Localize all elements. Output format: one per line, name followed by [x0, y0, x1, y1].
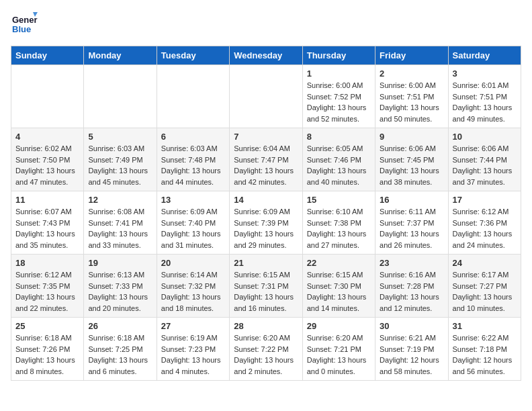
day-info: Sunrise: 6:00 AM Sunset: 7:52 PM Dayligh… — [307, 80, 371, 124]
calendar-cell: 25Sunrise: 6:18 AM Sunset: 7:26 PM Dayli… — [11, 318, 84, 381]
calendar-cell — [230, 65, 302, 128]
day-info: Sunrise: 6:20 AM Sunset: 7:21 PM Dayligh… — [307, 332, 371, 377]
calendar-cell: 15Sunrise: 6:10 AM Sunset: 7:38 PM Dayli… — [302, 191, 375, 255]
calendar-cell — [11, 65, 84, 128]
calendar-cell: 26Sunrise: 6:18 AM Sunset: 7:25 PM Dayli… — [84, 318, 157, 381]
day-number: 4 — [15, 132, 79, 142]
day-number: 15 — [307, 195, 371, 205]
calendar-cell: 23Sunrise: 6:16 AM Sunset: 7:28 PM Dayli… — [375, 255, 448, 318]
day-info: Sunrise: 6:01 AM Sunset: 7:51 PM Dayligh… — [453, 80, 517, 124]
calendar-cell: 28Sunrise: 6:20 AM Sunset: 7:22 PM Dayli… — [230, 318, 302, 381]
day-number: 1 — [307, 68, 371, 79]
calendar-cell: 14Sunrise: 6:09 AM Sunset: 7:39 PM Dayli… — [230, 191, 302, 255]
day-number: 17 — [453, 195, 517, 205]
calendar-cell: 16Sunrise: 6:11 AM Sunset: 7:37 PM Dayli… — [375, 191, 448, 255]
day-info: Sunrise: 6:09 AM Sunset: 7:39 PM Dayligh… — [234, 206, 298, 250]
day-number: 23 — [380, 258, 443, 268]
day-info: Sunrise: 6:00 AM Sunset: 7:51 PM Dayligh… — [380, 80, 443, 124]
day-info: Sunrise: 6:20 AM Sunset: 7:22 PM Dayligh… — [234, 332, 298, 377]
calendar-week-4: 18Sunrise: 6:12 AM Sunset: 7:35 PM Dayli… — [11, 255, 521, 318]
day-number: 27 — [161, 321, 225, 331]
day-number: 3 — [453, 68, 517, 79]
calendar-cell — [157, 65, 229, 128]
day-number: 20 — [161, 258, 225, 268]
day-info: Sunrise: 6:18 AM Sunset: 7:25 PM Dayligh… — [88, 332, 152, 377]
calendar-cell: 19Sunrise: 6:13 AM Sunset: 7:33 PM Dayli… — [84, 255, 157, 318]
calendar-week-3: 11Sunrise: 6:07 AM Sunset: 7:43 PM Dayli… — [11, 191, 521, 255]
day-number: 8 — [307, 132, 371, 142]
day-info: Sunrise: 6:04 AM Sunset: 7:47 PM Dayligh… — [234, 143, 298, 187]
calendar-cell: 30Sunrise: 6:21 AM Sunset: 7:19 PM Dayli… — [375, 318, 448, 381]
svg-text:Blue: Blue — [12, 24, 31, 34]
day-info: Sunrise: 6:03 AM Sunset: 7:48 PM Dayligh… — [161, 143, 225, 187]
calendar-cell: 11Sunrise: 6:07 AM Sunset: 7:43 PM Dayli… — [11, 191, 84, 255]
day-number: 29 — [307, 321, 371, 331]
day-number: 12 — [88, 195, 152, 205]
day-info: Sunrise: 6:15 AM Sunset: 7:31 PM Dayligh… — [234, 269, 298, 314]
col-header-saturday: Saturday — [448, 46, 521, 65]
day-info: Sunrise: 6:07 AM Sunset: 7:43 PM Dayligh… — [15, 206, 79, 250]
calendar-cell: 13Sunrise: 6:09 AM Sunset: 7:40 PM Dayli… — [157, 191, 229, 255]
day-info: Sunrise: 6:03 AM Sunset: 7:49 PM Dayligh… — [88, 143, 152, 187]
calendar-cell: 10Sunrise: 6:06 AM Sunset: 7:44 PM Dayli… — [448, 128, 521, 191]
calendar-cell: 5Sunrise: 6:03 AM Sunset: 7:49 PM Daylig… — [84, 128, 157, 191]
page-header: General Blue — [11, 11, 521, 38]
calendar-cell — [84, 65, 157, 128]
day-number: 21 — [234, 258, 298, 268]
logo: General Blue — [11, 11, 38, 38]
day-number: 26 — [88, 321, 152, 331]
day-number: 22 — [307, 258, 371, 268]
day-info: Sunrise: 6:10 AM Sunset: 7:38 PM Dayligh… — [307, 206, 371, 250]
day-number: 2 — [380, 68, 443, 79]
day-number: 6 — [161, 132, 225, 142]
day-number: 30 — [380, 321, 443, 331]
day-info: Sunrise: 6:18 AM Sunset: 7:26 PM Dayligh… — [15, 332, 79, 377]
day-info: Sunrise: 6:19 AM Sunset: 7:23 PM Dayligh… — [161, 332, 225, 377]
calendar-cell: 31Sunrise: 6:22 AM Sunset: 7:18 PM Dayli… — [448, 318, 521, 381]
day-info: Sunrise: 6:11 AM Sunset: 7:37 PM Dayligh… — [380, 206, 443, 250]
calendar-cell: 24Sunrise: 6:17 AM Sunset: 7:27 PM Dayli… — [448, 255, 521, 318]
col-header-thursday: Thursday — [302, 46, 375, 65]
day-number: 5 — [88, 132, 152, 142]
day-number: 13 — [161, 195, 225, 205]
calendar-cell: 29Sunrise: 6:20 AM Sunset: 7:21 PM Dayli… — [302, 318, 375, 381]
calendar-week-1: 1Sunrise: 6:00 AM Sunset: 7:52 PM Daylig… — [11, 65, 521, 128]
calendar-cell: 2Sunrise: 6:00 AM Sunset: 7:51 PM Daylig… — [375, 65, 448, 128]
calendar-header-row: SundayMondayTuesdayWednesdayThursdayFrid… — [11, 46, 521, 65]
calendar-cell: 7Sunrise: 6:04 AM Sunset: 7:47 PM Daylig… — [230, 128, 302, 191]
calendar-cell: 4Sunrise: 6:02 AM Sunset: 7:50 PM Daylig… — [11, 128, 84, 191]
day-info: Sunrise: 6:14 AM Sunset: 7:32 PM Dayligh… — [161, 269, 225, 314]
day-info: Sunrise: 6:22 AM Sunset: 7:18 PM Dayligh… — [453, 332, 517, 377]
day-info: Sunrise: 6:17 AM Sunset: 7:27 PM Dayligh… — [453, 269, 517, 314]
day-number: 19 — [88, 258, 152, 268]
calendar-cell: 9Sunrise: 6:06 AM Sunset: 7:45 PM Daylig… — [375, 128, 448, 191]
col-header-tuesday: Tuesday — [157, 46, 229, 65]
day-number: 28 — [234, 321, 298, 331]
calendar-cell: 1Sunrise: 6:00 AM Sunset: 7:52 PM Daylig… — [302, 65, 375, 128]
day-number: 11 — [15, 195, 79, 205]
col-header-sunday: Sunday — [11, 46, 84, 65]
calendar-week-5: 25Sunrise: 6:18 AM Sunset: 7:26 PM Dayli… — [11, 318, 521, 381]
day-info: Sunrise: 6:21 AM Sunset: 7:19 PM Dayligh… — [380, 332, 443, 377]
day-info: Sunrise: 6:12 AM Sunset: 7:36 PM Dayligh… — [453, 206, 517, 250]
day-number: 9 — [380, 132, 443, 142]
day-number: 7 — [234, 132, 298, 142]
day-info: Sunrise: 6:13 AM Sunset: 7:33 PM Dayligh… — [88, 269, 152, 314]
col-header-monday: Monday — [84, 46, 157, 65]
day-number: 25 — [15, 321, 79, 331]
day-info: Sunrise: 6:15 AM Sunset: 7:30 PM Dayligh… — [307, 269, 371, 314]
day-number: 10 — [453, 132, 517, 142]
col-header-friday: Friday — [375, 46, 448, 65]
calendar-cell: 22Sunrise: 6:15 AM Sunset: 7:30 PM Dayli… — [302, 255, 375, 318]
day-info: Sunrise: 6:06 AM Sunset: 7:45 PM Dayligh… — [380, 143, 443, 187]
logo-icon: General Blue — [11, 11, 38, 38]
day-info: Sunrise: 6:06 AM Sunset: 7:44 PM Dayligh… — [453, 143, 517, 187]
calendar-cell: 8Sunrise: 6:05 AM Sunset: 7:46 PM Daylig… — [302, 128, 375, 191]
calendar-cell: 3Sunrise: 6:01 AM Sunset: 7:51 PM Daylig… — [448, 65, 521, 128]
calendar-cell: 12Sunrise: 6:08 AM Sunset: 7:41 PM Dayli… — [84, 191, 157, 255]
col-header-wednesday: Wednesday — [230, 46, 302, 65]
calendar-cell: 21Sunrise: 6:15 AM Sunset: 7:31 PM Dayli… — [230, 255, 302, 318]
day-info: Sunrise: 6:08 AM Sunset: 7:41 PM Dayligh… — [88, 206, 152, 250]
svg-text:General: General — [12, 15, 38, 25]
calendar-table: SundayMondayTuesdayWednesdayThursdayFrid… — [11, 46, 521, 381]
